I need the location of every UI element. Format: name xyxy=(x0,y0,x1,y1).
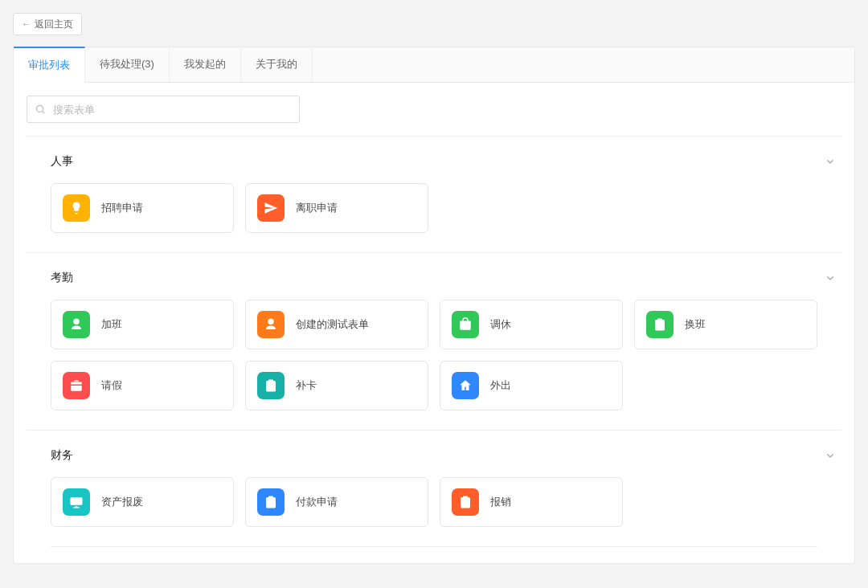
clipboard-check-icon xyxy=(452,488,479,516)
form-card[interactable]: 换班 xyxy=(634,300,817,349)
tabs: 审批列表待我处理(3)我发起的关于我的 xyxy=(14,47,854,83)
card-label: 外出 xyxy=(490,378,511,393)
clipboard-icon xyxy=(257,488,285,516)
section-title: 考勤 xyxy=(51,271,73,285)
form-card[interactable]: 创建的测试表单 xyxy=(245,300,428,349)
arrow-left-icon: ← xyxy=(22,19,31,29)
tab-0[interactable]: 审批列表 xyxy=(14,47,85,83)
user-icon xyxy=(63,311,90,338)
form-card[interactable]: 资产报废 xyxy=(51,477,234,527)
svg-point-0 xyxy=(36,105,43,112)
section-header[interactable]: 财务 xyxy=(27,431,841,477)
form-card[interactable]: 调休 xyxy=(440,300,623,349)
bag-icon xyxy=(452,311,479,338)
content-area: 人事招聘申请离职申请考勤加班创建的测试表单调休换班请假补卡外出财务资产报废付款申… xyxy=(14,83,854,547)
form-card[interactable]: 请假 xyxy=(51,361,234,410)
form-card[interactable]: 离职申请 xyxy=(245,183,428,233)
chevron-down-icon xyxy=(824,155,837,168)
card-label: 补卡 xyxy=(296,378,317,393)
lightbulb-icon xyxy=(63,194,90,222)
chevron-down-icon xyxy=(824,272,837,284)
clipboard-icon xyxy=(646,311,674,338)
form-card[interactable]: 补卡 xyxy=(245,361,428,410)
card-label: 调休 xyxy=(490,317,511,332)
briefcase-icon xyxy=(63,372,90,399)
card-label: 加班 xyxy=(101,317,122,332)
main-panel: 审批列表待我处理(3)我发起的关于我的 人事招聘申请离职申请考勤加班创建的测试表… xyxy=(13,47,855,564)
form-card[interactable]: 加班 xyxy=(51,300,234,349)
tab-1[interactable]: 待我处理(3) xyxy=(85,47,170,82)
section-0: 人事招聘申请离职申请 xyxy=(27,136,841,252)
chevron-down-icon xyxy=(824,449,837,462)
clipboard-check-icon xyxy=(257,372,285,399)
form-card[interactable]: 外出 xyxy=(440,361,623,410)
svg-line-1 xyxy=(43,112,45,114)
tab-3[interactable]: 关于我的 xyxy=(241,47,313,82)
card-label: 离职申请 xyxy=(296,201,338,215)
card-label: 资产报废 xyxy=(101,495,143,509)
card-label: 招聘申请 xyxy=(101,201,143,215)
form-card[interactable]: 付款申请 xyxy=(245,477,428,527)
section-header[interactable]: 考勤 xyxy=(27,253,841,300)
section-header[interactable]: 人事 xyxy=(27,137,841,183)
tab-2[interactable]: 我发起的 xyxy=(170,47,241,82)
user-icon xyxy=(257,311,285,338)
card-label: 请假 xyxy=(101,378,122,393)
back-button[interactable]: ← 返回主页 xyxy=(13,13,82,35)
back-label: 返回主页 xyxy=(35,18,73,31)
search-input[interactable] xyxy=(27,96,300,123)
card-label: 付款申请 xyxy=(296,495,338,509)
monitor-icon xyxy=(63,488,90,516)
section-2: 财务资产报废付款申请报销 xyxy=(27,430,841,546)
section-title: 财务 xyxy=(51,448,73,463)
card-label: 创建的测试表单 xyxy=(296,317,369,332)
form-card[interactable]: 招聘申请 xyxy=(51,183,234,233)
card-grid: 加班创建的测试表单调休换班请假补卡外出 xyxy=(51,300,817,410)
section-title: 人事 xyxy=(51,154,73,169)
search-icon xyxy=(35,104,46,115)
section-1: 考勤加班创建的测试表单调休换班请假补卡外出 xyxy=(27,252,841,430)
divider xyxy=(51,546,817,547)
send-icon xyxy=(257,194,285,222)
card-grid: 资产报废付款申请报销 xyxy=(51,477,817,527)
form-card[interactable]: 报销 xyxy=(440,477,623,527)
home-icon xyxy=(452,372,479,399)
search-wrap xyxy=(27,96,300,123)
card-label: 报销 xyxy=(490,495,511,509)
card-grid: 招聘申请离职申请 xyxy=(51,183,817,233)
card-label: 换班 xyxy=(685,317,706,332)
